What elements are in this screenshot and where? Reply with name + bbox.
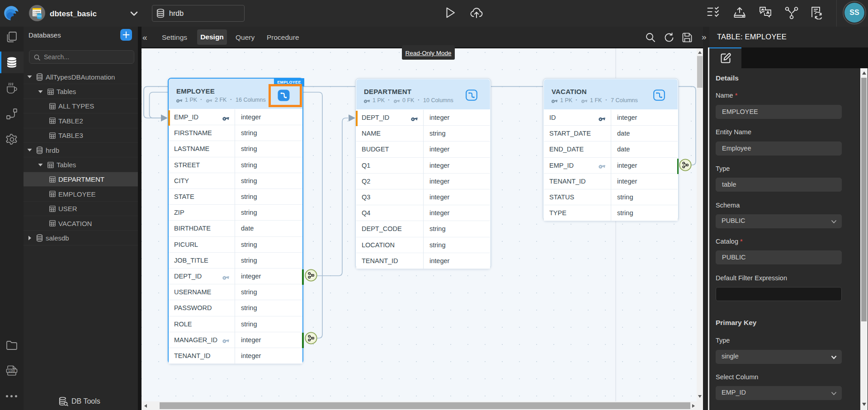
svg-text:LOG: LOG [9,369,15,372]
